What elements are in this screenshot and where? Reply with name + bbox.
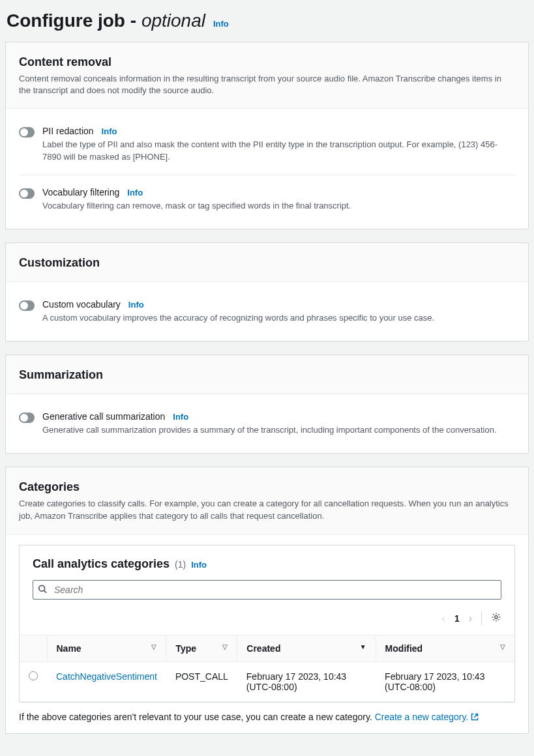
svg-point-2	[495, 616, 497, 618]
search-input[interactable]	[33, 580, 501, 600]
category-name-link[interactable]: CatchNegativeSentiment	[56, 671, 157, 682]
categories-header: Categories Create categories to classify…	[6, 467, 528, 534]
row-modified-cell: February 17 2023, 10:43 (UTC-08:00)	[376, 662, 514, 701]
col-created[interactable]: Created▼	[237, 635, 376, 662]
pii-redaction-desc: Label the type of PII and also mask the …	[42, 139, 515, 162]
search-wrap	[20, 580, 514, 606]
vocab-filter-row: Vocabulary filtering Info Vocabulary fil…	[19, 175, 515, 218]
col-name[interactable]: Name▽	[47, 635, 166, 662]
search-box	[33, 580, 501, 600]
table-header-row: Name▽ Type▽ Created▼ Modified▽	[20, 635, 514, 662]
content-removal-desc: Content removal conceals information in …	[19, 73, 515, 96]
pager-page-number: 1	[454, 613, 460, 624]
pager-divider	[481, 611, 482, 626]
title-main: Configure job	[7, 10, 125, 31]
pager: ‹ 1 ›	[20, 606, 514, 635]
pager-next-icon[interactable]: ›	[469, 613, 472, 624]
svg-point-0	[39, 585, 45, 591]
pii-redaction-row: PII redaction Info Label the type of PII…	[19, 119, 515, 169]
custom-vocab-info-link[interactable]: Info	[128, 300, 144, 310]
row-radio[interactable]	[29, 671, 38, 680]
content-removal-header: Content removal Content removal conceals…	[6, 42, 528, 109]
custom-vocab-desc: A custom vocabulary improves the accurac…	[42, 312, 515, 324]
title-sep: -	[125, 10, 141, 31]
vocab-filter-toggle[interactable]	[19, 188, 35, 199]
pii-redaction-label: PII redaction	[42, 126, 94, 136]
external-link-icon	[471, 712, 479, 723]
pii-redaction-label-row: PII redaction Info	[42, 126, 515, 136]
content-removal-panel: Content removal Content removal conceals…	[5, 42, 529, 229]
custom-vocab-label: Custom vocabulary	[42, 299, 121, 310]
pii-redaction-info-link[interactable]: Info	[102, 126, 117, 136]
vocab-filter-info-link[interactable]: Info	[127, 188, 143, 197]
summarization-header: Summarization	[6, 355, 528, 394]
call-analytics-count: (1)	[175, 559, 186, 570]
sort-icon: ▽	[222, 643, 228, 650]
settings-gear-icon[interactable]	[491, 612, 501, 624]
categories-desc: Create categories to classify calls. For…	[19, 498, 515, 521]
col-type[interactable]: Type▽	[166, 635, 237, 662]
summarization-title: Summarization	[19, 368, 515, 382]
gen-sum-label: Generative call summarization	[42, 411, 165, 422]
summarization-panel: Summarization Generative call summarizat…	[5, 355, 529, 454]
gen-sum-toggle[interactable]	[19, 413, 35, 423]
categories-panel: Categories Create categories to classify…	[5, 467, 529, 734]
create-category-link[interactable]: Create a new category.	[375, 712, 479, 722]
content-removal-title: Content removal	[19, 55, 515, 69]
gen-sum-row: Generative call summarization Info Gener…	[19, 405, 515, 443]
custom-vocab-content: Custom vocabulary Info A custom vocabula…	[42, 299, 515, 324]
sort-icon: ▽	[151, 643, 156, 650]
gen-sum-info-link[interactable]: Info	[173, 412, 188, 422]
custom-vocab-toggle[interactable]	[19, 300, 35, 311]
custom-vocab-label-row: Custom vocabulary Info	[42, 299, 515, 310]
call-analytics-info-link[interactable]: Info	[191, 560, 207, 570]
customization-header: Customization	[6, 243, 528, 282]
summarization-body: Generative call summarization Info Gener…	[6, 394, 528, 453]
gen-sum-label-row: Generative call summarization Info	[42, 411, 515, 422]
call-analytics-header: Call analytics categories (1) Info	[20, 545, 514, 580]
vocab-filter-label-row: Vocabulary filtering Info	[42, 187, 515, 197]
categories-body: Call analytics categories (1) Info ‹ 1 ›	[6, 534, 528, 733]
categories-title: Categories	[19, 480, 515, 494]
gen-sum-desc: Generative call summarization provides a…	[42, 424, 515, 436]
col-modified[interactable]: Modified▽	[376, 635, 514, 662]
gen-sum-content: Generative call summarization Info Gener…	[42, 411, 515, 436]
pii-redaction-toggle[interactable]	[19, 127, 35, 138]
customization-body: Custom vocabulary Info A custom vocabula…	[6, 282, 528, 341]
create-category-link-text: Create a new category.	[375, 712, 469, 722]
svg-line-1	[44, 590, 47, 593]
page-header: Configure job - optional Info	[5, 5, 529, 42]
categories-below-text: If the above categories aren't relevant …	[19, 703, 515, 723]
col-modified-label: Modified	[385, 643, 423, 654]
search-icon	[38, 584, 47, 595]
call-analytics-title: Call analytics categories	[33, 557, 170, 571]
below-text-static: If the above categories aren't relevant …	[19, 712, 375, 722]
pii-redaction-content: PII redaction Info Label the type of PII…	[42, 126, 515, 162]
custom-vocab-row: Custom vocabulary Info A custom vocabula…	[19, 293, 515, 330]
customization-panel: Customization Custom vocabulary Info A c…	[5, 242, 529, 342]
vocab-filter-content: Vocabulary filtering Info Vocabulary fil…	[42, 187, 515, 212]
col-select	[20, 635, 47, 662]
page-info-link[interactable]: Info	[213, 19, 229, 29]
table-row: CatchNegativeSentiment POST_CALL Februar…	[20, 662, 514, 701]
customization-title: Customization	[19, 256, 515, 270]
row-name-cell: CatchNegativeSentiment	[47, 662, 166, 701]
categories-table: Name▽ Type▽ Created▼ Modified▽ CatchNega…	[20, 635, 514, 702]
row-select-cell	[20, 662, 47, 701]
content-removal-body: PII redaction Info Label the type of PII…	[6, 109, 528, 229]
pager-prev-icon[interactable]: ‹	[442, 613, 445, 624]
footer-actions: Cancel Previous Create job	[5, 747, 529, 756]
col-created-label: Created	[246, 643, 280, 654]
vocab-filter-label: Vocabulary filtering	[42, 187, 119, 197]
page-title: Configure job - optional	[7, 10, 205, 31]
sort-icon: ▽	[500, 643, 505, 650]
vocab-filter-desc: Vocabulary filtering can remove, mask or…	[42, 200, 515, 212]
col-type-label: Type	[175, 643, 196, 654]
title-optional: optional	[141, 10, 205, 31]
row-type-cell: POST_CALL	[166, 662, 237, 701]
call-analytics-container: Call analytics categories (1) Info ‹ 1 ›	[19, 545, 515, 703]
sort-icon-active: ▼	[360, 643, 366, 650]
col-name-label: Name	[57, 643, 82, 654]
row-created-cell: February 17 2023, 10:43 (UTC-08:00)	[237, 662, 376, 701]
